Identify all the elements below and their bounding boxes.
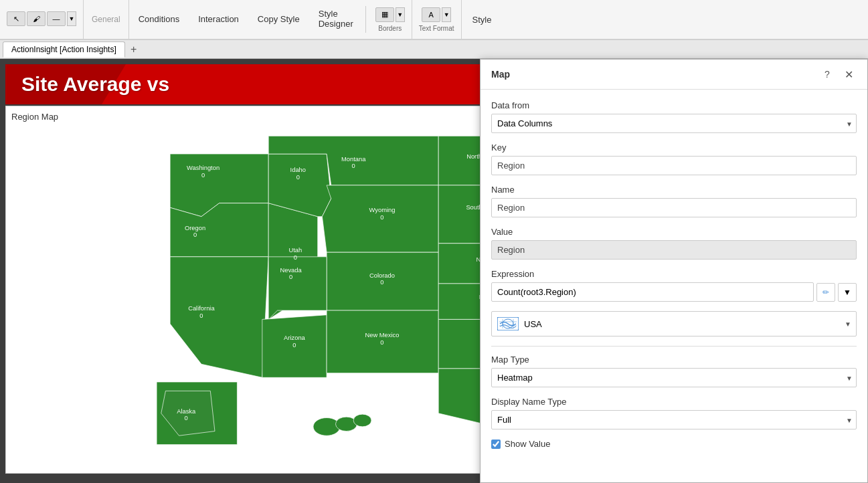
key-label: Key [491, 142, 857, 153]
borders-dropdown-btn[interactable]: ▼ [396, 7, 405, 22]
display-name-type-label: Display Name Type [491, 397, 857, 407]
toolbar: ↖ 🖌 — ▼ General Conditions Interaction C… [0, 0, 868, 40]
label-idaho: Idaho [290, 167, 306, 173]
label-california-val: 0 [199, 312, 203, 319]
label-colorado: Colorado [369, 272, 395, 279]
display-name-type-select[interactable]: Full Short None [491, 410, 857, 429]
label-colorado-val: 0 [380, 279, 383, 286]
show-value-checkbox[interactable] [491, 440, 501, 449]
tab-bar: ActionInsight [Action Insights] + [0, 40, 868, 59]
country-select-wrap: USA ▼ [491, 311, 857, 336]
text-format-label: Text Format [419, 25, 454, 32]
data-from-label: Data from [491, 100, 857, 110]
show-value-label[interactable]: Show Value [505, 439, 550, 449]
map-dialog: Map ? ✕ Data from Data Columns Data Rows [480, 59, 868, 483]
name-input[interactable] [491, 198, 857, 217]
display-name-type-select-wrap: Full Short None ▼ [491, 410, 857, 429]
text-format-group: A ▼ Text Format [412, 0, 462, 39]
label-new-mexico: New Mexico [365, 332, 400, 339]
label-arizona: Arizona [284, 334, 305, 341]
borders-group: ▦ ▼ Borders [369, 0, 412, 39]
label-washington: Washington [187, 165, 220, 171]
state-hawaii-3[interactable] [353, 414, 371, 427]
expression-label: Expression [491, 269, 857, 279]
expression-dropdown-icon: ▼ [843, 288, 851, 297]
nav-style-designer[interactable]: StyleDesigner [309, 0, 363, 39]
map-type-select-wrap: Heatmap Bubble ▼ [491, 368, 857, 387]
line-dropdown-btn[interactable]: ▼ [67, 11, 76, 26]
nav-conditions[interactable]: Conditions [129, 0, 189, 39]
paint-btn[interactable]: 🖌 [27, 11, 46, 26]
country-select-display[interactable]: USA [491, 311, 857, 336]
style-label: Style [472, 15, 492, 25]
expression-dropdown-btn[interactable]: ▼ [838, 283, 857, 302]
data-from-select[interactable]: Data Columns Data Rows [491, 114, 857, 133]
main-tab[interactable]: ActionInsight [Action Insights] [3, 41, 125, 58]
display-name-type-row: Display Name Type Full Short None ▼ [491, 397, 857, 429]
label-washington-val: 0 [201, 172, 205, 179]
edit-icon: ✏ [822, 288, 829, 297]
label-arizona-val: 0 [292, 342, 296, 349]
map-type-row: Map Type Heatmap Bubble ▼ [491, 355, 857, 387]
general-label: General [92, 15, 120, 24]
add-tab-btn[interactable]: + [126, 43, 141, 56]
dialog-header: Map ? ✕ [481, 60, 867, 90]
label-hawaii: Hawaii [333, 433, 351, 440]
country-name: USA [524, 319, 837, 329]
top-nav-area: Conditions Interaction Copy Style StyleD… [129, 0, 363, 39]
name-row: Name [491, 185, 857, 217]
key-row: Key [491, 142, 857, 175]
main-area: Site Average vs Region Map [0, 59, 868, 483]
dialog-help-btn[interactable]: ? [819, 66, 835, 82]
label-oregon: Oregon [185, 225, 205, 231]
dialog-title: Map [491, 69, 510, 80]
label-nevada: Nevada [280, 267, 302, 274]
section-divider [491, 346, 857, 347]
general-section: General [84, 0, 129, 39]
label-hawaii-val: 0 [340, 440, 343, 447]
label-new-mexico-val: 0 [380, 339, 383, 346]
label-wyoming: Wyoming [369, 207, 396, 213]
label-california: California [188, 305, 215, 312]
dialog-header-actions: ? ✕ [819, 66, 857, 82]
data-from-row: Data from Data Columns Data Rows ▼ [491, 100, 857, 133]
dialog-close-btn[interactable]: ✕ [841, 66, 857, 82]
expression-edit-btn[interactable]: ✏ [816, 283, 835, 302]
text-format-icon-row: A ▼ [422, 7, 451, 22]
line-tool-btn[interactable]: — [47, 11, 66, 26]
name-label: Name [491, 185, 857, 195]
borders-icon-row: ▦ ▼ [375, 7, 405, 22]
tab-label: ActionInsight [Action Insights] [11, 45, 116, 54]
toolbar-icon-row-1: ↖ 🖌 — ▼ [7, 11, 76, 26]
dialog-body: Data from Data Columns Data Rows ▼ Key N… [481, 90, 867, 460]
label-alaska-val: 0 [185, 415, 188, 421]
state-california[interactable] [170, 257, 268, 377]
usa-flag-icon [497, 317, 519, 330]
value-input[interactable] [491, 240, 857, 260]
key-input[interactable] [491, 156, 857, 175]
nav-interaction[interactable]: Interaction [189, 0, 248, 39]
toolbar-icons-group: ↖ 🖌 — ▼ [0, 0, 84, 39]
data-from-select-wrap: Data Columns Data Rows ▼ [491, 114, 857, 133]
expression-row: Expression ✏ ▼ [491, 269, 857, 302]
label-montana-val: 0 [352, 163, 355, 169]
nav-copy-style[interactable]: Copy Style [248, 0, 309, 39]
cursor-tool-btn[interactable]: ↖ [7, 11, 25, 26]
banner-text: Site Average vs [21, 73, 169, 96]
value-row: Value [491, 227, 857, 260]
text-format-dropdown-btn[interactable]: ▼ [442, 7, 451, 22]
label-montana: Montana [341, 156, 366, 163]
label-wyoming-val: 0 [380, 214, 383, 221]
expression-input-row: ✏ ▼ [491, 282, 857, 302]
label-oregon-val: 0 [193, 231, 197, 238]
divider-1 [365, 6, 366, 33]
show-value-row: Show Value [491, 439, 857, 449]
label-utah-val: 0 [294, 254, 297, 261]
expression-input[interactable] [491, 282, 814, 302]
label-idaho-val: 0 [296, 174, 300, 181]
map-type-select[interactable]: Heatmap Bubble [491, 368, 857, 387]
borders-label: Borders [378, 25, 402, 32]
borders-icon-btn[interactable]: ▦ [375, 7, 394, 22]
label-utah: Utah [288, 247, 302, 254]
text-format-icon-btn[interactable]: A [422, 7, 440, 22]
